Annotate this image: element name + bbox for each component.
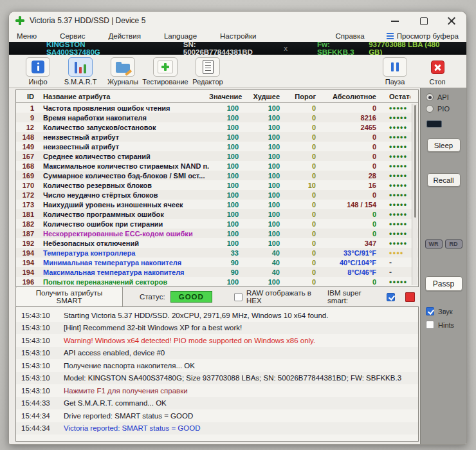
cell-health-dots: ••••• [380,240,410,247]
hints-checkbox[interactable] [426,321,434,329]
cell-raw: 16 [320,182,380,189]
sound-checkbox[interactable] [426,307,434,315]
cell-health-dots: ••••• [380,230,410,237]
cell-threshold: 0 [284,239,320,247]
table-row[interactable]: 9Время наработки накопителя10010008216••… [16,113,418,122]
cell-id: 192 [16,239,38,247]
cell-raw: 0 [320,278,380,286]
table-row[interactable]: 194Температура контроллера3340033°C/91°F… [16,248,418,258]
table-row[interactable]: 1Частота проявления ошибок чтения1001000… [16,103,418,113]
pio-radio-row[interactable]: PIO [426,105,450,113]
api-radio[interactable] [426,93,434,101]
table-row[interactable]: 173Наихудший уровень изношенных ячеек100… [16,200,418,209]
cell-id: 168 [16,162,38,170]
wr-button[interactable]: WR [425,239,443,248]
menu-item-service[interactable]: Сервис [60,32,85,40]
hints-checkbox-row[interactable]: Hints [426,321,454,329]
table-row[interactable]: 172Число неудачно стёртых блоков10010000… [16,190,418,200]
recall-button[interactable]: Recall [427,173,461,187]
scrollbar-thumb[interactable] [414,105,416,218]
cell-attribute-name: Попыток переназначений секторов [38,278,209,286]
menu-item-actions[interactable]: Действия [108,32,140,40]
table-row[interactable]: 149неизвестный атрибут10010000••••• [16,142,418,151]
log-line: 15:43:10API access enabled, device #0 [16,347,418,360]
table-row[interactable]: 192Небезопасных отключений1001000347••••… [16,238,418,248]
cell-attribute-name: Небезопасных отключений [38,239,209,247]
log-message: Получение паспорта накопителя... OK [53,362,195,370]
table-row[interactable]: 12Количество запусков/остановок100100024… [16,122,418,132]
menu-item-menu[interactable]: Меню [17,32,37,40]
cell-value: 100 [209,104,243,112]
minimize-icon[interactable] [390,16,399,25]
cell-value: 100 [209,162,243,170]
cell-attribute-name: Нескорректированные ECC-кодом ошибки [38,230,209,238]
stop-x-icon [431,61,444,74]
cell-worst: 100 [243,278,284,286]
log-panel[interactable]: 15:43:10Starting Victoria 5.37 HDD/SSD. … [15,306,419,442]
cell-id: 173 [16,201,38,209]
rd-button[interactable]: RD [445,239,462,248]
cell-raw: 8°C/46°F [320,268,380,276]
raw-hex-checkbox[interactable] [234,293,243,301]
drive-serial: SN: 50026B77844381BD [183,41,267,56]
drive-firmware: Fw: SBFKKB.3 [317,41,369,56]
smart-table: ID Название атрибута Значение Худшее Пор… [15,89,419,287]
menu-item-settings[interactable]: Настройки [220,32,256,40]
cell-worst: 100 [243,211,284,218]
cell-value: 100 [209,153,243,160]
log-line: 15:44:34Drive reported: SMART status = G… [16,409,418,422]
smart-bars-icon [75,61,87,73]
get-smart-attributes-button[interactable]: Получить атрибуты SMART [15,286,123,307]
pause-button[interactable]: Пауза [374,57,416,86]
cell-worst: 40 [243,259,284,267]
table-row[interactable]: 168Максимальное количество стираемых NAN… [16,161,418,171]
stop-button-label: Стоп [430,78,446,86]
cell-health-dots: •••• [380,250,410,256]
cell-health-dots: ••••• [380,134,410,140]
journals-button[interactable]: Журналы [102,57,144,86]
table-row[interactable]: 167Среднее количество стираний10010000••… [16,151,418,161]
cell-health-dots: ••••• [380,153,410,160]
api-radio-label: API [437,93,449,101]
table-row[interactable]: 196Попыток переназначений секторов100100… [16,277,418,286]
table-row[interactable]: 169Суммарное количество бэд-блоков / SMI… [16,171,418,180]
table-row[interactable]: 194Минимальная температура накопителя904… [16,258,418,267]
cell-raw: 0 [320,220,380,228]
cell-raw: 0 [320,104,380,112]
sleep-button[interactable]: Sleep [427,138,461,152]
victoria-window: Victoria 5.37 HDD/SSD | Device 5 Меню Се… [8,11,467,445]
table-row[interactable]: 148неизвестный атрибут10010000••••• [16,132,418,142]
info-button[interactable]: Инфо [17,57,59,86]
table-row[interactable]: 194Максимальная температура накопителя90… [16,267,418,277]
col-header-worst: Худшее [243,93,284,100]
cell-health-dots: ••••• [380,211,410,218]
log-message: Model: KINGSTON SA400S37480G; Size 93770… [53,374,401,382]
passport-button[interactable]: Passp [425,276,462,291]
cell-raw: 0 [320,153,380,160]
cell-id: 12 [16,124,38,131]
menu-item-help[interactable]: Справка [336,32,365,40]
stop-button[interactable]: Стоп [416,57,459,86]
cell-health-dots: ••••• [380,124,410,131]
table-scrollbar[interactable] [412,104,417,285]
table-row[interactable]: 170Количество резервных блоков1001001016… [16,180,418,190]
close-icon[interactable] [447,16,456,25]
title-bar: Victoria 5.37 HDD/SSD | Device 5 [9,12,466,30]
api-radio-row[interactable]: API [426,93,449,101]
buffer-view-button[interactable]: Просмотр буфера [387,32,459,40]
table-row[interactable]: 187Нескорректированные ECC-кодом ошибки1… [16,229,418,238]
testing-button[interactable]: Тестирование [144,57,187,86]
table-row[interactable]: 182Количество ошибок при стирании1001000… [16,219,418,229]
sound-checkbox-row[interactable]: Звук [426,307,453,315]
table-row[interactable]: 181Количество программных ошибок10010000… [16,209,418,219]
window-title: Victoria 5.37 HDD/SSD | Device 5 [30,16,145,25]
buffer-list-icon [387,33,394,39]
smart-button[interactable]: S.M.A.R.T [59,57,102,86]
editor-button[interactable]: Редактор [187,57,229,86]
maximize-icon[interactable] [419,16,428,25]
hints-checkbox-label: Hints [438,321,454,329]
pio-radio[interactable] [426,105,434,113]
ibm-super-smart-checkbox[interactable] [387,293,395,301]
menu-item-language[interactable]: Language [164,32,197,40]
cell-value: 100 [209,230,243,238]
